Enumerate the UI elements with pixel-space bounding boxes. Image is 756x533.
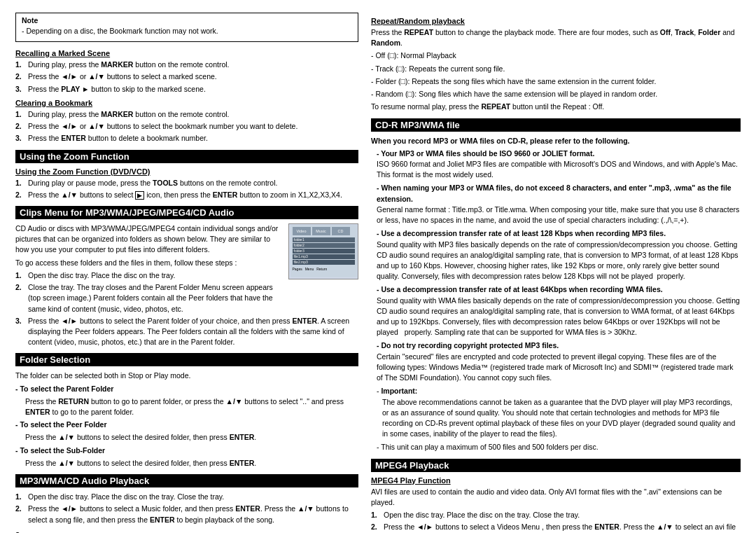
repeat-track: - Track (□): Repeats the current song fi… [371, 64, 741, 74]
clips-text: CD Audio or discs with MP3/WMA/JPEG/MPEG… [15, 223, 283, 316]
zoom-subheader: Using the Zoom Function (DVD/VCD) [15, 167, 358, 176]
recalling-section: Recalling a Marked Scene 1. During play,… [15, 49, 358, 95]
recalling-header: Recalling a Marked Scene [15, 49, 358, 57]
zoom-item-2: 2. Press the ▲/▼ buttons to select ▶ ico… [15, 190, 358, 200]
folder-peer-text: Press the ▲/▼ buttons to select the desi… [15, 432, 358, 443]
mpeg4-intro: AVI files are used to contain the audio … [371, 487, 741, 508]
repeat-off: - Off (□): Normal Playback [371, 50, 741, 61]
clearing-header: Clearing a Bookmark [15, 99, 358, 107]
repeat-section: Repeat/Random playback Press the REPEAT … [371, 17, 741, 113]
clips-section: CD Audio or discs with MP3/WMA/JPEG/MPEG… [15, 223, 358, 347]
clips-item-1: 1. Open the disc tray. Place the disc on… [15, 270, 283, 281]
cdr-bullet-1: - Your MP3 or WMA files should be ISO 96… [371, 148, 741, 181]
repeat-header: Repeat/Random playback [371, 17, 741, 25]
zoom-section: Using the Zoom Function (DVD/VCD) 1. Dur… [15, 167, 358, 200]
folder-peer-label: - To select the Peer Folder [15, 420, 358, 430]
zoom-section-header: Using the Zoom Function [15, 150, 358, 163]
recalling-item-3: 3. Press the PLAY ► button to skip to th… [15, 84, 358, 95]
clearing-item-3: 3. Press the ENTER button to delete a bo… [15, 133, 358, 144]
note-title: Note [22, 16, 352, 25]
clips-step-intro: To go access these folders and the files… [15, 258, 283, 268]
mpeg4-item-2: 2. Press the ◄/► buttons to select a Vid… [371, 522, 741, 533]
cdr-bullet-3: - Use a decompression transfer rate of a… [371, 228, 741, 282]
cdr-intro: When you record MP3 or WMA files on CD-R… [371, 136, 741, 146]
zoom-item-1: 1. During play or pause mode, press the … [15, 178, 358, 188]
clips-section-header: Clips Menu for MP3/WMA/JPEG/MPEG4/CD Aud… [15, 206, 358, 219]
folder-sub-text: Press the ▲/▼ buttons to select the desi… [15, 458, 358, 469]
folder-section: The folder can be selected both in Stop … [15, 371, 358, 469]
cdr-max-files: - This unit can play a maximum of 500 fi… [371, 442, 741, 452]
cdr-bullet-4: - Use a decompression transfer rate of a… [371, 284, 741, 338]
clips-item-2: 2. Close the tray. The tray closes and t… [15, 282, 283, 314]
folder-parent-text: Press the RETURN button to go to parent … [15, 396, 358, 417]
clearing-section: Clearing a Bookmark 1. During play, pres… [15, 99, 358, 144]
clearing-item-2: 2. Press the ◄/► or ▲/▼ buttons to selec… [15, 121, 358, 132]
clearing-item-1: 1. During play, press the MARKER button … [15, 109, 358, 120]
mp3-item-2: 2. Press the ◄/► buttons to select a Mus… [15, 504, 358, 525]
mpeg4-item-1: 1. Open the disc tray. Place the disc on… [371, 510, 741, 520]
recalling-item-1: 1. During play, press the MARKER button … [15, 60, 358, 70]
clips-diagram: Video Music CD folder1 folder2 folder3 f… [288, 223, 358, 279]
mpeg4-section: MPEG4 Play Function AVI files are used t… [371, 476, 741, 533]
cdr-section: When you record MP3 or WMA files on CD-R… [371, 136, 741, 453]
cdr-bullet-5: - Do not try recording copyright protect… [371, 340, 741, 383]
mp3-section-header: MP3/WMA/CD Audio Playback [15, 474, 358, 487]
recalling-item-2: 2. Press the ◄/► or ▲/▼ buttons to selec… [15, 71, 358, 82]
clips-intro: CD Audio or discs with MP3/WMA/JPEG/MPEG… [15, 223, 283, 256]
mpeg4-section-header: MPEG4 Playback [371, 459, 741, 472]
note-text: - Depending on a disc, the Bookmark func… [22, 26, 352, 36]
mpeg4-subheader: MPEG4 Play Function [371, 476, 741, 485]
mp3-item-1: 1. Open the disc tray. Place the disc on… [15, 492, 358, 502]
left-column: Note - Depending on a disc, the Bookmark… [15, 13, 358, 520]
repeat-folder: - Folder (□): Repeats the song files whi… [371, 76, 741, 87]
note-box: Note - Depending on a disc, the Bookmark… [15, 13, 358, 42]
cdr-section-header: CD-R MP3/WMA file [371, 118, 741, 132]
mp3-section: 1. Open the disc tray. Place the disc on… [15, 492, 358, 525]
clips-item-3: 3. Press the ◄/► buttons to select the P… [15, 316, 358, 348]
repeat-intro: Press the REPEAT button to change the pl… [371, 27, 741, 48]
folder-sub-label: - To select the Sub-Folder [15, 445, 358, 456]
folder-section-header: Folder Selection [15, 353, 358, 366]
right-column: Repeat/Random playback Press the REPEAT … [371, 13, 741, 520]
folder-parent-label: - To select the Parent Folder [15, 384, 358, 394]
repeat-resume: To resume normal play, press the REPEAT … [371, 102, 741, 112]
cdr-bullet-2: - When naming your MP3 or WMA files, do … [371, 183, 741, 226]
repeat-random: - Random (□): Song files which have the … [371, 89, 741, 99]
cdr-important: - Important: The above recommendations c… [371, 386, 741, 439]
folder-intro: The folder can be selected both in Stop … [15, 371, 358, 381]
